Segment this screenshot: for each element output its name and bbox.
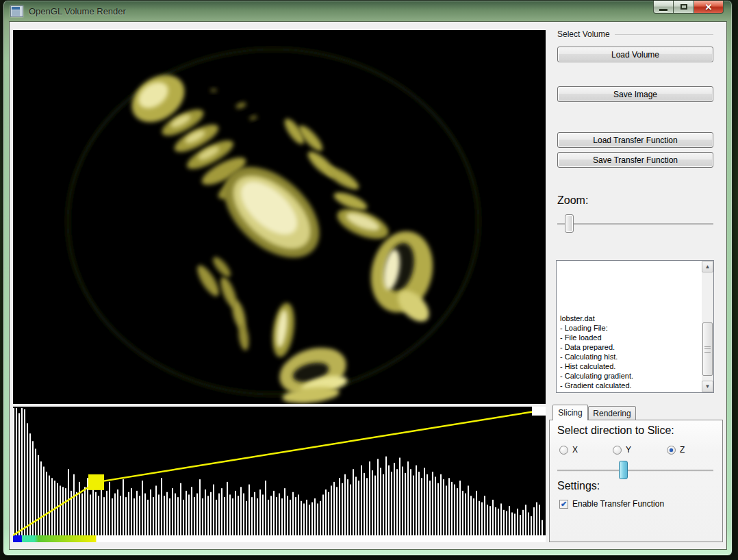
scroll-up-icon[interactable]: ▲ bbox=[702, 261, 713, 272]
radio-x-icon bbox=[559, 446, 568, 455]
enable-transfer-function-checkbox[interactable]: ✔ bbox=[559, 500, 568, 509]
tab-slicing[interactable]: Slicing bbox=[552, 405, 588, 420]
select-volume-label: Select Volume bbox=[557, 29, 610, 39]
radio-y-label: Y bbox=[626, 445, 631, 455]
volume-render-viewport[interactable] bbox=[13, 30, 546, 404]
lobster-rendering bbox=[13, 30, 546, 404]
scrollbar-thumb[interactable] bbox=[702, 322, 713, 376]
radio-y-icon bbox=[613, 446, 622, 455]
save-transfer-function-button[interactable]: Save Transfer Function bbox=[557, 152, 713, 168]
maximize-icon bbox=[680, 4, 687, 10]
app-icon bbox=[10, 5, 23, 17]
histogram-chart bbox=[13, 407, 546, 542]
log-output[interactable]: lobster.dat- Loading File:- File loaded-… bbox=[556, 260, 714, 393]
zoom-slider-track[interactable] bbox=[557, 223, 713, 225]
titlebar[interactable]: OpenGL Volume Render ✕ bbox=[3, 1, 732, 21]
minimize-icon bbox=[659, 9, 667, 11]
scrollbar-grip-icon bbox=[704, 346, 711, 353]
enable-transfer-function-row[interactable]: ✔ Enable Transfer Function bbox=[559, 499, 664, 509]
client-area: Select Volume Load Volume lobster.dat Sa… bbox=[9, 21, 727, 550]
zoom-slider-handle[interactable] bbox=[565, 214, 574, 233]
maximize-button[interactable] bbox=[674, 1, 694, 14]
close-icon: ✕ bbox=[705, 1, 713, 13]
zoom-slider[interactable] bbox=[557, 214, 713, 234]
tab-rendering[interactable]: Rendering bbox=[588, 406, 636, 420]
load-volume-button[interactable]: Load Volume bbox=[557, 47, 713, 62]
enable-transfer-function-label: Enable Transfer Function bbox=[572, 499, 664, 509]
slice-direction-heading: Select direction to Slice: bbox=[557, 424, 674, 437]
radio-y[interactable]: Y bbox=[613, 445, 631, 455]
radio-z-icon bbox=[667, 446, 676, 455]
group-divider bbox=[615, 34, 713, 35]
radio-x[interactable]: X bbox=[559, 445, 578, 455]
save-image-button[interactable]: Save Image bbox=[557, 86, 713, 102]
slice-direction-radios: X Y Z bbox=[557, 445, 713, 456]
app-window: OpenGL Volume Render ✕ Select Volume Loa… bbox=[3, 0, 733, 556]
window-title: OpenGL Volume Render bbox=[29, 6, 126, 16]
select-volume-group: Select Volume bbox=[557, 29, 713, 39]
scroll-down-icon[interactable]: ▼ bbox=[702, 381, 713, 392]
slice-position-slider[interactable] bbox=[557, 460, 713, 481]
close-button[interactable]: ✕ bbox=[694, 1, 724, 14]
radio-z[interactable]: Z bbox=[667, 445, 685, 455]
log-lines: lobster.dat- Loading File:- File loaded-… bbox=[560, 314, 700, 390]
settings-heading: Settings: bbox=[557, 480, 600, 492]
radio-x-label: X bbox=[572, 445, 578, 455]
radio-z-label: Z bbox=[680, 445, 685, 455]
load-transfer-function-button[interactable]: Load Transfer Function bbox=[557, 132, 713, 148]
caption-buttons: ✕ bbox=[653, 1, 724, 14]
zoom-label: Zoom: bbox=[557, 194, 588, 207]
slice-slider-track[interactable] bbox=[557, 470, 713, 472]
log-scrollbar[interactable]: ▲ ▼ bbox=[702, 261, 713, 392]
minimize-button[interactable] bbox=[653, 1, 674, 14]
slice-slider-handle[interactable] bbox=[619, 461, 628, 479]
transfer-function-editor[interactable] bbox=[13, 407, 546, 542]
